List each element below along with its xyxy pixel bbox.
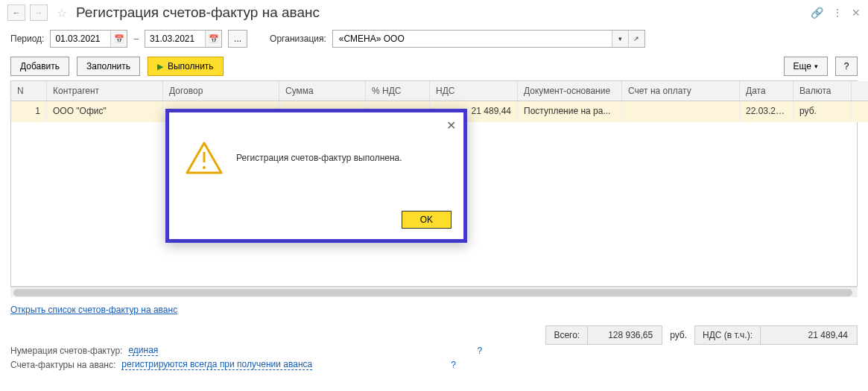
date-from-field[interactable]: 📅 — [50, 30, 127, 48]
calendar-icon[interactable]: 📅 — [110, 31, 127, 47]
total-unit: руб. — [662, 325, 694, 345]
col-vat-rate[interactable]: % НДС — [366, 81, 430, 101]
cell-counterparty[interactable]: ООО "Офис" — [47, 101, 163, 122]
col-sum[interactable]: Сумма — [279, 81, 366, 101]
advance-label: Счета-фактуры на аванс: — [10, 360, 115, 370]
cell-currency[interactable]: руб. — [793, 101, 852, 122]
nav-back-button[interactable]: ← — [7, 4, 25, 21]
dialog-ok-button[interactable]: OK — [402, 211, 452, 229]
scrollbar-thumb[interactable] — [13, 289, 852, 296]
col-n[interactable]: N — [11, 81, 47, 101]
col-vat[interactable]: НДС — [430, 81, 518, 101]
org-open-icon[interactable]: ↗ — [628, 31, 644, 47]
kebab-menu-icon[interactable]: ⋮ — [832, 7, 843, 19]
total-value: 128 936,65 — [588, 325, 662, 345]
org-input[interactable] — [333, 31, 612, 47]
date-dash: – — [133, 34, 139, 44]
add-button[interactable]: Добавить — [10, 57, 69, 76]
play-icon: ▶ — [157, 62, 163, 71]
col-contract[interactable]: Договор — [163, 81, 279, 101]
advance-help-icon[interactable]: ? — [451, 360, 456, 370]
close-icon[interactable]: ✕ — [852, 7, 861, 19]
dialog-message: Регистрация счетов-фактур выполнена. — [236, 153, 402, 163]
period-label: Период: — [10, 34, 44, 44]
info-dialog: ✕ Регистрация счетов-фактур выполнена. O… — [165, 109, 467, 243]
numbering-help-icon[interactable]: ? — [477, 346, 482, 356]
col-currency[interactable]: Валюта — [793, 81, 852, 101]
calendar-icon[interactable]: 📅 — [205, 31, 221, 47]
execute-label: Выполнить — [168, 61, 214, 71]
fill-button[interactable]: Заполнить — [77, 57, 140, 76]
horizontal-scrollbar[interactable] — [10, 287, 858, 297]
dialog-close-icon[interactable]: ✕ — [446, 118, 456, 133]
open-invoice-list-link[interactable]: Открыть список счетов-фактур на аванс — [10, 305, 177, 315]
col-date[interactable]: Дата — [740, 81, 793, 101]
numbering-link[interactable]: единая — [128, 345, 158, 356]
execute-button[interactable]: ▶ Выполнить — [148, 57, 224, 76]
cell-extra[interactable] — [852, 101, 868, 122]
col-basis[interactable]: Документ-основание — [518, 81, 622, 101]
totals-bar: Всего: 128 936,65 руб. НДС (в т.ч.): 21 … — [545, 325, 858, 345]
cell-basis[interactable]: Поступление на ра... — [518, 101, 622, 122]
org-field[interactable]: ▾ ↗ — [332, 30, 645, 48]
date-to-field[interactable]: 📅 — [145, 30, 222, 48]
nav-forward-button[interactable]: → — [30, 4, 48, 21]
advance-link[interactable]: регистрируются всегда при получении аван… — [121, 359, 312, 370]
cell-date[interactable]: 22.03.2021 — [740, 101, 793, 122]
warning-icon — [186, 142, 223, 174]
total-label: Всего: — [545, 325, 588, 345]
date-from-input[interactable] — [51, 31, 110, 47]
cell-n[interactable]: 1 — [11, 101, 47, 122]
cell-invoice[interactable] — [622, 101, 740, 122]
col-extra[interactable] — [852, 81, 868, 101]
favorite-star-icon[interactable]: ☆ — [57, 6, 67, 20]
chevron-down-icon: ▾ — [814, 63, 818, 70]
col-invoice[interactable]: Счет на оплату — [622, 81, 740, 101]
period-more-button[interactable]: ... — [228, 30, 247, 48]
org-dropdown-icon[interactable]: ▾ — [612, 31, 628, 47]
svg-point-2 — [203, 166, 206, 169]
col-counterparty[interactable]: Контрагент — [47, 81, 163, 101]
numbering-label: Нумерация счетов-фактур: — [10, 346, 122, 356]
link-icon[interactable]: 🔗 — [811, 7, 823, 19]
more-label: Еще — [793, 61, 811, 71]
org-label: Организация: — [270, 34, 326, 44]
page-title: Регистрация счетов-фактур на аванс — [76, 4, 806, 21]
vat-total-value: 21 489,44 — [761, 325, 858, 345]
date-to-input[interactable] — [145, 31, 205, 47]
vat-total-label: НДС (в т.ч.): — [694, 325, 761, 345]
more-button[interactable]: Еще ▾ — [784, 57, 828, 76]
help-button[interactable]: ? — [835, 57, 858, 76]
